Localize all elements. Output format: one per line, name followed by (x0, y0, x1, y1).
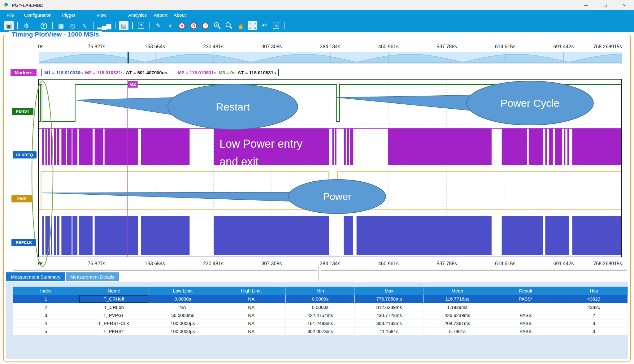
cell[interactable] (491, 303, 560, 311)
cell[interactable]: PASS (491, 327, 560, 335)
tick-label: 384.134s (320, 44, 340, 50)
cell[interactable]: 3 (13, 311, 79, 319)
cell[interactable]: 5.7961s (423, 327, 491, 335)
cell[interactable]: 4 (13, 319, 79, 327)
col-header-min[interactable]: Min (286, 287, 354, 295)
cell[interactable]: 100.0000µs (149, 327, 217, 335)
col-header-mean[interactable]: Mean (423, 287, 491, 295)
cell[interactable]: NA (217, 303, 286, 311)
marker-probe-icon[interactable]: ⌖ (166, 21, 175, 30)
table-row[interactable]: 5T_PERST100.0000µsNA302.0073ms11.1591s5.… (13, 327, 628, 335)
measure-table-head: IndexNameLow LimitHigh LimitMinMaxMeanRe… (13, 287, 628, 295)
cell[interactable]: 0.0000s (149, 295, 217, 303)
menu-item-file[interactable]: File (7, 12, 14, 18)
col-header-high-limit[interactable]: High Limit (217, 287, 286, 295)
marker-b-icon[interactable]: B (189, 21, 198, 30)
menu-item-about[interactable]: About (174, 12, 186, 18)
analytics-chart-icon[interactable]: ▂▄▆ (97, 21, 111, 30)
report-icon[interactable]: ▤ (119, 21, 128, 30)
plotbox[interactable] (38, 79, 622, 257)
col-header-result[interactable]: Result (491, 287, 560, 295)
col-header-name[interactable]: Name (79, 287, 149, 295)
cell[interactable]: 0.0000s (286, 295, 354, 303)
cell[interactable]: 303.2133ms (354, 319, 423, 327)
cell[interactable]: 1.1929ms (423, 303, 491, 311)
table-row[interactable]: 4T_PERST-CLK100.0000µsNA161.2493ms303.21… (13, 319, 628, 327)
navigator[interactable] (39, 52, 622, 63)
marker-a-icon[interactable]: A (177, 21, 187, 30)
zoom-in-icon[interactable]: + (213, 21, 222, 30)
zoom-out-icon[interactable]: − (224, 21, 234, 30)
cell[interactable]: PASS (491, 311, 560, 319)
session-icon[interactable]: ▣ (4, 21, 14, 30)
clock-icon[interactable]: ◷ (68, 21, 77, 30)
annotate-pen-icon[interactable]: ✎ (154, 21, 163, 30)
fit-screen-icon[interactable]: ↖↗↙↘ (248, 21, 257, 30)
cell[interactable]: 302.0073ms (286, 327, 354, 335)
cell[interactable]: 43825 (560, 303, 628, 311)
tab-measurement-summary[interactable]: Measurement Summary (6, 272, 65, 281)
col-header-max[interactable]: Max (354, 287, 423, 295)
cell[interactable]: 100.0000µs (149, 319, 217, 327)
cell[interactable]: NA (217, 319, 286, 327)
menu-item-report[interactable]: Report (154, 12, 167, 18)
cell[interactable]: 422.4754ms (286, 311, 354, 319)
cell[interactable]: 11.1591s (354, 327, 423, 335)
cell[interactable]: T_PERST-CLK (79, 319, 149, 327)
cell[interactable]: 2 (560, 311, 628, 319)
menu-item-configuration[interactable]: Configuration (24, 12, 51, 18)
col-header-index[interactable]: Index (13, 287, 79, 295)
cell[interactable]: 5 (13, 327, 79, 335)
cell[interactable]: 2 (13, 303, 79, 311)
cell[interactable]: 812.6289ms (354, 303, 423, 311)
cell[interactable]: PASS (491, 319, 560, 327)
cell[interactable]: T_PVPGL (79, 311, 149, 319)
col-header-hits[interactable]: Hits (560, 287, 628, 295)
cell[interactable]: NA (149, 303, 217, 311)
channel-grid-icon[interactable]: ▦ (56, 21, 66, 30)
menu-item-view[interactable]: View (96, 12, 106, 18)
splitter-left[interactable] (13, 270, 317, 271)
cell[interactable]: NA (217, 295, 286, 303)
waveform-icon[interactable]: ∿ (80, 21, 89, 30)
settings-gear-icon[interactable]: ⚙ (22, 21, 31, 30)
tick-label: 691.442s (553, 44, 574, 50)
undo-icon-glyph: ↶ (262, 23, 267, 29)
col-header-low-limit[interactable]: Low Limit (149, 287, 217, 295)
cell[interactable]: 776.7858ms (354, 295, 423, 303)
close-button[interactable]: × (615, 0, 634, 10)
cell[interactable]: 208.7361ms (423, 319, 491, 327)
cell[interactable]: 1 (13, 295, 79, 303)
cell[interactable]: PASS* (491, 295, 560, 303)
splitter-right[interactable] (321, 270, 627, 271)
pan-hand-icon[interactable]: ☝ (236, 21, 245, 30)
cell[interactable]: T_PERST (79, 327, 149, 335)
table-row[interactable]: 3T_PVPGL50.0000msNA422.4754ms430.7723ms4… (13, 311, 628, 319)
help-icon[interactable]: ? (137, 21, 146, 30)
cell[interactable]: NA (217, 327, 286, 335)
cell[interactable]: 3 (560, 319, 628, 327)
cell[interactable]: 430.7723ms (354, 311, 423, 319)
cell[interactable]: 3 (560, 327, 628, 335)
cell[interactable]: 43823 (560, 295, 628, 303)
menu-item-analytics[interactable]: Analytics (128, 12, 147, 18)
cell[interactable]: 161.2493ms (286, 319, 354, 327)
table-row[interactable]: 2T_CRLonNANA0.0000s812.6289ms1.1929ms438… (13, 303, 628, 311)
menu-item-trigger[interactable]: Trigger (61, 12, 75, 18)
plot-window-icon[interactable]: ∿ (271, 21, 281, 30)
cell[interactable]: 116.7716µs (423, 295, 491, 303)
cell[interactable]: NA (217, 311, 286, 319)
minimize-button[interactable]: ─ (576, 0, 596, 10)
cell[interactable]: T_CRHoff (79, 295, 149, 303)
cell[interactable]: T_CRLon (79, 303, 149, 311)
table-row[interactable]: 1T_CRHoff0.0000sNA0.0000s776.7858ms116.7… (13, 295, 628, 303)
cell[interactable]: 0.0000s (286, 303, 354, 311)
trigger-icon[interactable]: T (39, 21, 48, 30)
measurement-tabs: Measurement Summary Measurement Details (6, 272, 119, 281)
maximize-button[interactable]: □ (596, 0, 615, 10)
cell[interactable]: 50.0000ms (149, 311, 217, 319)
undo-icon[interactable]: ↶ (260, 21, 269, 30)
tab-measurement-details[interactable]: Measurement Details (66, 272, 119, 281)
cell[interactable]: 426.6239ms (423, 311, 491, 319)
clear-markers-icon[interactable]: ∕ (201, 21, 210, 30)
